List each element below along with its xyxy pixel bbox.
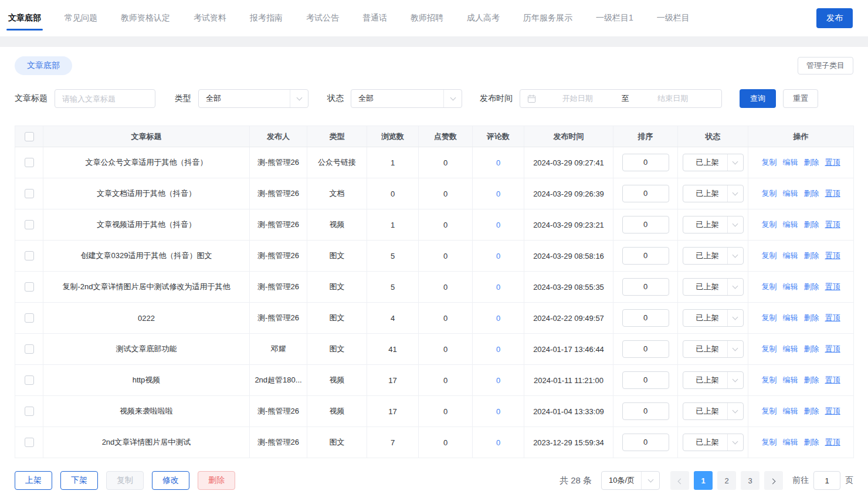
action-edit[interactable]: 编辑 xyxy=(783,250,798,261)
action-copy[interactable]: 复制 xyxy=(762,219,777,230)
nav-tab[interactable]: 教师招聘 xyxy=(411,0,443,36)
action-copy[interactable]: 复制 xyxy=(762,157,777,168)
action-pin[interactable]: 置顶 xyxy=(825,157,840,168)
action-edit[interactable]: 编辑 xyxy=(783,375,798,385)
page-button-3[interactable]: 3 xyxy=(741,471,760,490)
action-copy[interactable]: 复制 xyxy=(762,282,777,292)
action-copy[interactable]: 复制 xyxy=(762,437,777,448)
on-shelf-button[interactable]: 上架 xyxy=(15,471,52,490)
action-delete[interactable]: 删除 xyxy=(804,188,819,199)
row-checkbox[interactable] xyxy=(25,158,34,167)
comment-count[interactable]: 0 xyxy=(496,221,500,229)
nav-tab[interactable]: 教师资格认定 xyxy=(121,0,170,36)
comment-count[interactable]: 0 xyxy=(496,189,500,198)
comment-count[interactable]: 0 xyxy=(496,283,500,292)
action-pin[interactable]: 置顶 xyxy=(825,406,840,417)
page-size-select[interactable]: 10条/页 xyxy=(601,471,660,490)
action-edit[interactable]: 编辑 xyxy=(783,188,798,199)
action-edit[interactable]: 编辑 xyxy=(783,282,798,292)
page-button-2[interactable]: 2 xyxy=(717,471,736,490)
action-delete[interactable]: 删除 xyxy=(804,219,819,230)
row-status-select[interactable]: 已上架 xyxy=(683,247,744,265)
date-range-picker[interactable]: 开始日期 至 结束日期 xyxy=(520,89,722,108)
row-status-select[interactable]: 已上架 xyxy=(683,402,744,420)
nav-tab[interactable]: 文章底部 xyxy=(8,0,41,36)
action-pin[interactable]: 置顶 xyxy=(825,313,840,323)
action-copy[interactable]: 复制 xyxy=(762,406,777,417)
category-chip[interactable]: 文章底部 xyxy=(15,56,72,75)
next-page-button[interactable] xyxy=(764,471,783,490)
nav-tab[interactable]: 普通话 xyxy=(362,0,387,36)
action-pin[interactable]: 置顶 xyxy=(825,282,840,292)
type-select[interactable]: 全部 xyxy=(198,89,308,108)
comment-count[interactable]: 0 xyxy=(496,345,500,354)
copy-button[interactable]: 复制 xyxy=(106,471,144,490)
comment-count[interactable]: 0 xyxy=(496,407,500,416)
action-pin[interactable]: 置顶 xyxy=(825,219,840,230)
action-delete[interactable]: 删除 xyxy=(804,282,819,292)
row-checkbox[interactable] xyxy=(25,407,34,416)
row-checkbox[interactable] xyxy=(25,375,34,385)
nav-tab[interactable]: 一级栏目1 xyxy=(596,0,633,36)
manage-subcategory-button[interactable]: 管理子类目 xyxy=(798,57,853,75)
sort-input[interactable]: 0 xyxy=(622,434,669,451)
action-pin[interactable]: 置顶 xyxy=(825,250,840,261)
row-checkbox[interactable] xyxy=(25,220,34,229)
row-checkbox[interactable] xyxy=(25,344,34,354)
end-date-placeholder[interactable]: 结束日期 xyxy=(632,93,715,104)
start-date-placeholder[interactable]: 开始日期 xyxy=(536,93,619,104)
off-shelf-button[interactable]: 下架 xyxy=(60,471,98,490)
action-edit[interactable]: 编辑 xyxy=(783,157,798,168)
action-delete[interactable]: 删除 xyxy=(804,375,819,385)
action-edit[interactable]: 编辑 xyxy=(783,219,798,230)
search-button[interactable]: 查询 xyxy=(740,89,776,108)
title-filter-input[interactable] xyxy=(55,89,155,108)
nav-tab[interactable]: 一级栏目 xyxy=(657,0,690,36)
row-checkbox[interactable] xyxy=(25,313,34,323)
row-status-select[interactable]: 已上架 xyxy=(683,309,744,327)
action-edit[interactable]: 编辑 xyxy=(783,313,798,323)
row-status-select[interactable]: 已上架 xyxy=(683,185,744,202)
publish-button[interactable]: 发布 xyxy=(816,8,853,28)
action-edit[interactable]: 编辑 xyxy=(783,406,798,417)
row-status-select[interactable]: 已上架 xyxy=(683,434,744,451)
action-pin[interactable]: 置顶 xyxy=(825,188,840,199)
delete-button[interactable]: 删除 xyxy=(198,471,235,490)
row-checkbox[interactable] xyxy=(25,189,34,198)
nav-tab[interactable]: 考试公告 xyxy=(306,0,339,36)
sort-input[interactable]: 0 xyxy=(622,309,669,327)
action-copy[interactable]: 复制 xyxy=(762,344,777,354)
action-edit[interactable]: 编辑 xyxy=(783,437,798,448)
select-all-checkbox[interactable] xyxy=(25,132,34,141)
action-delete[interactable]: 删除 xyxy=(804,344,819,354)
row-checkbox[interactable] xyxy=(25,251,34,260)
action-copy[interactable]: 复制 xyxy=(762,375,777,385)
comment-count[interactable]: 0 xyxy=(496,438,500,447)
action-delete[interactable]: 删除 xyxy=(804,406,819,417)
action-delete[interactable]: 删除 xyxy=(804,250,819,261)
action-pin[interactable]: 置顶 xyxy=(825,375,840,385)
sort-input[interactable]: 0 xyxy=(622,216,669,233)
action-copy[interactable]: 复制 xyxy=(762,188,777,199)
row-status-select[interactable]: 已上架 xyxy=(683,216,744,233)
action-copy[interactable]: 复制 xyxy=(762,250,777,261)
row-status-select[interactable]: 已上架 xyxy=(683,154,744,171)
sort-input[interactable]: 0 xyxy=(622,247,669,265)
nav-tab[interactable]: 成人高考 xyxy=(467,0,500,36)
action-pin[interactable]: 置顶 xyxy=(825,437,840,448)
action-delete[interactable]: 删除 xyxy=(804,313,819,323)
sort-input[interactable]: 0 xyxy=(622,371,669,389)
row-status-select[interactable]: 已上架 xyxy=(683,340,744,358)
action-delete[interactable]: 删除 xyxy=(804,437,819,448)
comment-count[interactable]: 0 xyxy=(496,252,500,260)
prev-page-button[interactable] xyxy=(670,471,689,490)
sort-input[interactable]: 0 xyxy=(622,154,669,171)
row-checkbox[interactable] xyxy=(25,282,34,292)
action-edit[interactable]: 编辑 xyxy=(783,344,798,354)
comment-count[interactable]: 0 xyxy=(496,158,500,167)
nav-tab[interactable]: 历年服务展示 xyxy=(523,0,572,36)
nav-tab[interactable]: 报考指南 xyxy=(250,0,283,36)
sort-input[interactable]: 0 xyxy=(622,340,669,358)
reset-button[interactable]: 重置 xyxy=(783,89,818,108)
sort-input[interactable]: 0 xyxy=(622,185,669,202)
